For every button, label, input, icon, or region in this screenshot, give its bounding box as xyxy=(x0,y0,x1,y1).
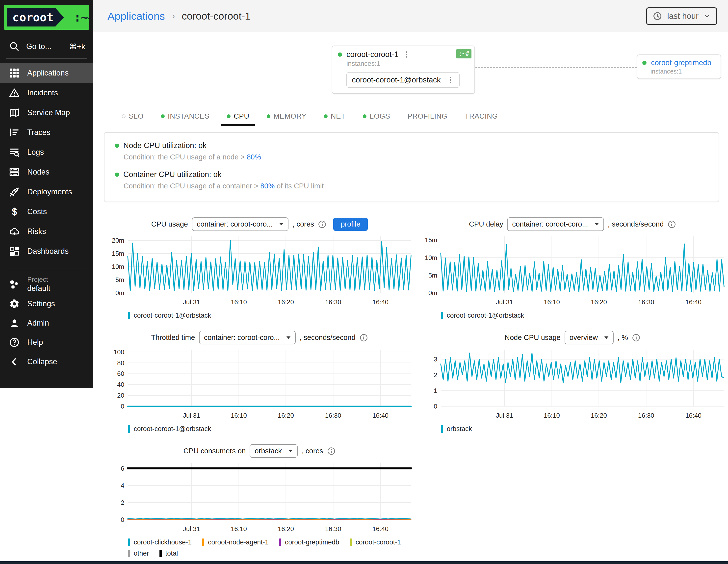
info-icon[interactable] xyxy=(632,333,640,342)
chart-unit-suffix: , cores xyxy=(302,447,323,455)
svg-text:16:40: 16:40 xyxy=(372,298,389,306)
legend-item-coroot-coroot-1-orbstack[interactable]: coroot-coroot-1@orbstack xyxy=(441,312,524,319)
tab-memory[interactable]: MEMORY xyxy=(261,112,312,126)
sidebar-item-label: Costs xyxy=(27,207,47,216)
go-to-search[interactable]: Go to... ⌘+k xyxy=(0,36,93,58)
legend-item-other[interactable]: other xyxy=(128,550,149,557)
svg-text:100: 100 xyxy=(114,348,124,356)
sidebar-item-label: Traces xyxy=(27,128,51,137)
tab-profiling[interactable]: PROFILING xyxy=(402,112,453,126)
chart-unit-suffix: , seconds/second xyxy=(608,220,664,228)
threshold-link[interactable]: 80% xyxy=(260,182,275,190)
tab-tracing[interactable]: TRACING xyxy=(459,112,503,126)
app-card-coroot-greptimedb[interactable]: coroot-greptimedb instances:1 xyxy=(637,54,721,79)
tab-label: MEMORY xyxy=(274,112,307,120)
sidebar-item-deployments[interactable]: Deployments xyxy=(0,182,93,202)
sidebar-item-help[interactable]: Help xyxy=(0,333,93,352)
legend-item-coroot-greptimedb[interactable]: coroot-greptimedb xyxy=(279,538,339,546)
throttled-time-selector[interactable]: container: coroot-coro... xyxy=(199,331,296,344)
clock-icon xyxy=(653,11,662,21)
caret-down-icon xyxy=(288,450,293,452)
selector-value: orbstack xyxy=(255,447,282,455)
sidebar-item-admin[interactable]: Admin xyxy=(0,313,93,333)
chart-unit-suffix: , seconds/second xyxy=(300,333,356,342)
cpu-delay-selector[interactable]: container: coroot-coro... xyxy=(507,217,604,231)
sidebar: coroot :~# Go to... ⌘+k ApplicationsInci… xyxy=(0,0,93,388)
dashboard-icon xyxy=(9,246,20,257)
coroot-logo[interactable]: coroot :~# xyxy=(4,5,89,30)
sidebar-item-costs[interactable]: $Costs xyxy=(0,202,93,222)
kebab-menu-icon[interactable] xyxy=(447,76,454,84)
legend-item-coroot-clickhouse-1[interactable]: coroot-clickhouse-1 xyxy=(128,538,192,546)
svg-text:0: 0 xyxy=(434,403,437,410)
sidebar-item-label: Dashboards xyxy=(27,247,69,256)
tab-instances[interactable]: INSTANCES xyxy=(156,112,215,126)
info-icon[interactable] xyxy=(318,220,326,229)
instances-count: instances:1 xyxy=(346,60,469,68)
threshold-link[interactable]: 80% xyxy=(247,153,261,161)
info-icon[interactable] xyxy=(668,220,676,229)
svg-text:0m: 0m xyxy=(428,289,437,297)
sidebar-item-nodes[interactable]: Nodes xyxy=(0,162,93,182)
tab-logs[interactable]: LOGS xyxy=(357,112,396,126)
sidebar-item-risks[interactable]: Risks xyxy=(0,222,93,241)
svg-text:6: 6 xyxy=(121,465,124,472)
legend-item-coroot-node-agent-1[interactable]: coroot-node-agent-1 xyxy=(202,538,269,546)
sidebar-item-incidents[interactable]: Incidents xyxy=(0,83,93,103)
status-dot-empty xyxy=(122,114,126,118)
legend-item-coroot-coroot-1-orbstack[interactable]: coroot-coroot-1@orbstack xyxy=(128,312,211,319)
app-name: coroot-coroot-1 xyxy=(346,50,398,59)
legend-item-orbstack[interactable]: orbstack xyxy=(441,425,472,433)
legend-item-total[interactable]: total xyxy=(159,550,178,557)
status-dot-green xyxy=(642,61,647,65)
sidebar-item-label: Nodes xyxy=(27,168,50,177)
map-icon xyxy=(9,107,20,118)
svg-text:1: 1 xyxy=(434,387,437,394)
sidebar-item-logs[interactable]: Logs xyxy=(0,142,93,162)
kebab-menu-icon[interactable] xyxy=(403,50,410,59)
legend-label: total xyxy=(165,550,178,557)
cpu-consumers-selector[interactable]: orbstack xyxy=(250,444,298,458)
tab-net[interactable]: NET xyxy=(318,112,351,126)
svg-text:16:40: 16:40 xyxy=(372,412,389,419)
tab-slo[interactable]: SLO xyxy=(116,112,149,126)
legend-item-coroot-coroot-1-orbstack[interactable]: coroot-coroot-1@orbstack xyxy=(128,425,211,433)
legend-swatch xyxy=(159,550,162,557)
instance-name: coroot-coroot-1@orbstack xyxy=(352,76,441,84)
legend-swatch xyxy=(441,312,443,319)
profile-button[interactable]: profile xyxy=(333,218,368,231)
gear-icon xyxy=(9,298,20,309)
logo-wordmark: coroot xyxy=(7,8,55,26)
sidebar-item-dashboards[interactable]: Dashboards xyxy=(0,241,93,261)
legend-item-coroot-coroot-1[interactable]: coroot-coroot-1 xyxy=(350,538,401,546)
tab-cpu[interactable]: CPU xyxy=(221,112,255,126)
sidebar-item-applications[interactable]: Applications xyxy=(0,63,93,83)
svg-text:5m: 5m xyxy=(115,276,124,283)
sidebar-item-traces[interactable]: Traces xyxy=(0,123,93,142)
legend-label: coroot-coroot-1@orbstack xyxy=(134,425,211,433)
chart-title: Throttled time xyxy=(151,333,195,342)
svg-text:16:10: 16:10 xyxy=(231,412,247,419)
instance-chip[interactable]: coroot-coroot-1@orbstack xyxy=(346,72,460,88)
sidebar-item-settings[interactable]: Settings xyxy=(0,294,93,313)
check-title: Container CPU utilization: ok xyxy=(123,170,221,179)
node-cpu-usage-selector[interactable]: overview xyxy=(565,331,614,344)
cpu-usage-selector[interactable]: container: coroot-coro... xyxy=(192,217,288,231)
peer-app-link[interactable]: coroot-greptimedb xyxy=(651,58,711,67)
status-dot-green xyxy=(161,114,165,118)
breadcrumb-applications[interactable]: Applications xyxy=(107,10,165,22)
svg-text:Jul 31: Jul 31 xyxy=(183,525,200,533)
bottom-edge-bar xyxy=(0,561,728,564)
info-icon[interactable] xyxy=(327,447,336,455)
chart-unit-suffix: , cores xyxy=(292,220,314,228)
sidebar-item-collapse[interactable]: Collapse xyxy=(0,352,93,371)
info-icon[interactable] xyxy=(360,333,368,342)
app-card-coroot-coroot-1[interactable]: :~# coroot-coroot-1 instances:1 coroot-c… xyxy=(332,46,475,94)
legend-swatch xyxy=(128,538,130,546)
svg-text:15m: 15m xyxy=(112,250,124,257)
sidebar-item-project[interactable]: Project default xyxy=(0,275,93,294)
caret-down-icon xyxy=(286,336,291,339)
sidebar-item-service-map[interactable]: Service Map xyxy=(0,103,93,123)
time-range-picker[interactable]: last hour xyxy=(646,7,717,25)
condition-text: Condition: the CPU usage of a node > xyxy=(124,153,247,161)
